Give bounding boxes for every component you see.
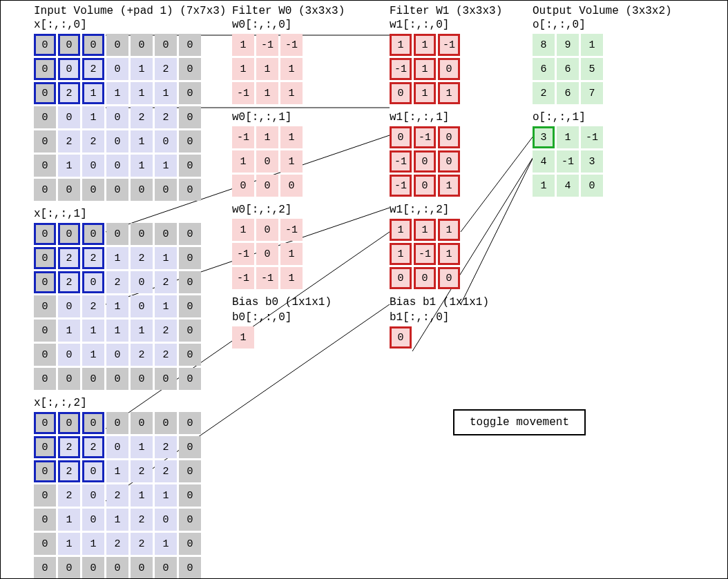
w1-cell: 1 [414, 58, 436, 80]
input-cell: 0 [179, 436, 201, 458]
input-slice-label: x[:,:,2] [34, 397, 227, 409]
input-slice-label: x[:,:,1] [34, 208, 227, 220]
input-cell: 2 [58, 271, 80, 293]
input-cell: 0 [34, 412, 56, 434]
input-cell: 1 [155, 484, 177, 507]
w1-slice-label: w1[:,:,0] [390, 19, 528, 31]
output-title: Output Volume (3x3x2) [533, 5, 712, 17]
input-cell: 0 [58, 223, 80, 245]
w0-cell: -1 [232, 267, 254, 289]
bias-b0-cell: 1 [232, 326, 254, 349]
input-cell: 0 [82, 155, 104, 177]
input-slice-label: x[:,:,0] [34, 19, 227, 31]
input-cell: 0 [34, 484, 56, 507]
input-cell: 0 [34, 106, 56, 128]
output-cell: -1 [581, 126, 603, 148]
input-cell: 0 [106, 368, 128, 390]
w1-cell: 0 [390, 126, 412, 148]
input-cell: 0 [179, 155, 201, 177]
w1-slice-label: w1[:,:,2] [390, 204, 528, 216]
input-cell: 1 [131, 320, 153, 342]
input-cell: 1 [82, 106, 104, 128]
output-cell: 6 [557, 58, 579, 80]
output-cell: 1 [581, 34, 603, 56]
input-cell: 1 [106, 509, 128, 531]
output-cell: 5 [581, 58, 603, 80]
output-grid: 891665267 [533, 34, 712, 104]
input-cell: 1 [106, 460, 128, 482]
input-cell: 0 [179, 247, 201, 269]
input-cell: 0 [131, 223, 153, 245]
input-cell: 0 [106, 58, 128, 80]
toggle-movement-button[interactable]: toggle movement [453, 409, 586, 435]
input-cell: 0 [106, 436, 128, 458]
input-cell: 0 [82, 509, 104, 531]
input-cell: 1 [155, 295, 177, 317]
input-cell: 0 [34, 271, 56, 293]
input-cell: 0 [179, 509, 201, 531]
bias-b0-label: b0[:,:,0] [232, 311, 384, 324]
input-cell: 0 [34, 34, 56, 56]
input-cell: 0 [155, 509, 177, 531]
w1-cell: 0 [438, 267, 460, 289]
input-cell: 0 [179, 34, 201, 56]
output-cell: 7 [581, 82, 603, 104]
w1-cell: 0 [414, 150, 436, 173]
w1-cell: -1 [414, 126, 436, 148]
input-cell: 0 [82, 368, 104, 390]
output-cell: 3 [533, 126, 555, 148]
w1-cell: 0 [438, 150, 460, 173]
input-cell: 0 [106, 412, 128, 434]
w0-cell: -1 [256, 267, 278, 289]
input-cell: 0 [179, 271, 201, 293]
output-cell: 0 [581, 175, 603, 197]
input-cell: 2 [155, 436, 177, 458]
output-cell: 3 [581, 150, 603, 173]
w0-cell: -1 [232, 243, 254, 265]
input-cell: 0 [82, 223, 104, 245]
input-cell: 0 [58, 344, 80, 366]
input-cell: 0 [34, 368, 56, 390]
w0-cell: 0 [256, 150, 278, 173]
w1-cell: -1 [390, 175, 412, 197]
w0-cell: 0 [256, 175, 278, 197]
w0-title: Filter W0 (3x3x3) [232, 5, 384, 17]
input-cell: 1 [155, 533, 177, 555]
input-cell: 2 [58, 484, 80, 507]
w1-cell: 1 [390, 34, 412, 56]
w0-cell: -1 [280, 219, 303, 241]
input-cell: 2 [131, 509, 153, 531]
input-cell: 0 [179, 533, 201, 555]
w1-cell: 0 [390, 267, 412, 289]
input-cell: 0 [106, 106, 128, 128]
w0-cell: -1 [232, 126, 254, 148]
w0-cell: 1 [280, 267, 303, 289]
input-cell: 0 [106, 179, 128, 201]
output-cell: 9 [557, 34, 579, 56]
input-cell: 0 [34, 223, 56, 245]
input-cell: 0 [179, 412, 201, 434]
input-cell: 2 [155, 320, 177, 342]
w1-cell: -1 [390, 150, 412, 173]
w0-slice-label: w0[:,:,2] [232, 204, 384, 216]
w1-title: Filter W1 (3x3x3) [390, 5, 528, 17]
w1-cell: 0 [414, 267, 436, 289]
input-cell: 2 [106, 271, 128, 293]
input-cell: 2 [155, 106, 177, 128]
input-cell: 1 [131, 130, 153, 153]
w0-grid: 1-1-1111-111 [232, 34, 384, 104]
output-cell: 8 [533, 34, 555, 56]
input-cell: 2 [131, 247, 153, 269]
input-cell: 2 [155, 271, 177, 293]
input-cell: 0 [58, 412, 80, 434]
w0-cell: 1 [256, 126, 278, 148]
input-cell: 0 [34, 320, 56, 342]
w1-grid: 1111-11000 [390, 219, 528, 289]
output-cell: 1 [533, 175, 555, 197]
w1-cell: 0 [438, 126, 460, 148]
w0-cell: 1 [232, 34, 254, 56]
input-cell: 0 [179, 484, 201, 507]
input-grid: 0000000002012002111100010220022010001001… [34, 34, 227, 201]
input-cell: 0 [82, 557, 104, 579]
input-cell: 2 [106, 533, 128, 555]
